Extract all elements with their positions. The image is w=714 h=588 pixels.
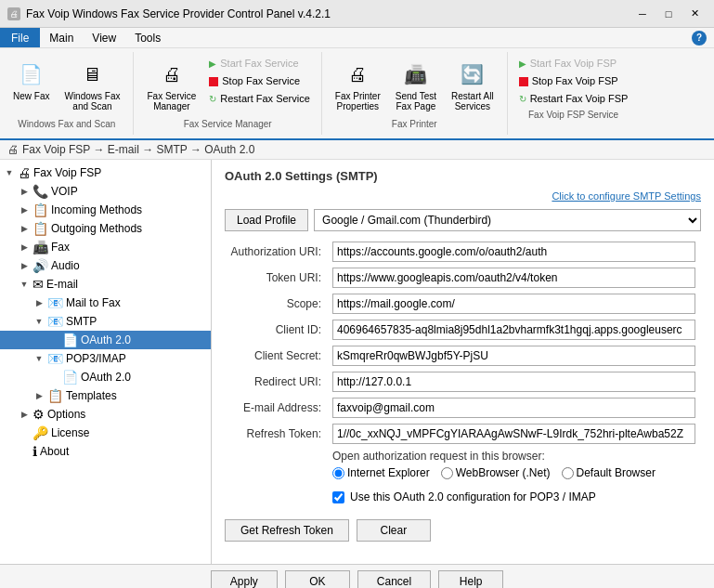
email-address-field [327,395,701,421]
expand-icon-smtp: ▼ [33,317,45,326]
start-voip-fsp-button[interactable]: ▶ Start Fax Voip FSP [515,56,632,71]
expand-icon-audio: ▶ [19,261,30,270]
start-fax-service-button[interactable]: ▶ Start Fax Service [205,56,314,71]
sidebar-item-incoming[interactable]: ▶ 📋 Incoming Methods [0,201,211,219]
get-refresh-token-button[interactable]: Get Refresh Token [225,519,349,542]
radio-ie-label[interactable]: Internet Explorer [332,466,430,479]
sidebar-label-license: License [51,426,89,439]
auth-uri-label: Authorization URI: [225,239,327,265]
email-address-label: E-mail Address: [225,395,327,421]
sidebar-item-smtp[interactable]: ▼ 📧 SMTP [0,312,211,331]
load-profile-button[interactable]: Load Profile [225,209,308,231]
new-fax-button[interactable]: 📄 New Fax [7,56,55,105]
minimize-button[interactable]: ─ [630,5,655,23]
email-address-input[interactable] [332,398,695,418]
windows-fax-scan-button[interactable]: 🖥 Windows Faxand Scan [58,56,125,115]
sidebar-item-email[interactable]: ▼ ✉ E-mail [0,275,211,294]
load-profile-row: Load Profile Google / Gmail.com (Thunder… [225,209,701,231]
auth-uri-input[interactable] [332,242,695,262]
titlebar: 🖨 Fax Voip Windows Fax Service Provider … [0,0,714,28]
open-auth-field: Open authorization request in this brows… [327,447,701,482]
sidebar-item-about[interactable]: ℹ About [0,442,211,461]
stop-fax-label: Stop Fax Service [222,75,300,86]
refresh-token-input[interactable] [332,424,695,444]
restart-all-services-button[interactable]: 🔄 Restart AllServices [446,56,500,115]
profile-dropdown[interactable]: Google / Gmail.com (Thunderbird) [314,209,701,231]
stop-voip-fsp-button[interactable]: Stop Fax Voip FSP [515,72,632,89]
sidebar-item-license[interactable]: 🔑 License [0,424,211,442]
expand-icon-templates: ▶ [33,391,45,400]
redirect-uri-input[interactable] [332,372,695,392]
sidebar-label-options: Options [47,408,85,421]
client-id-input[interactable] [332,320,695,340]
radio-webbrowser-label[interactable]: WebBrowser (.Net) [441,466,551,479]
ribbon: 📄 New Fax 🖥 Windows Faxand Scan Windows … [0,48,714,140]
token-uri-input[interactable] [332,268,695,288]
oauth-form: Authorization URI: Token URI: Scope: Cli… [225,239,701,512]
sidebar-item-options[interactable]: ▶ ⚙ Options [0,405,211,424]
stop-fax-service-button[interactable]: Stop Fax Service [205,72,314,89]
menu-help[interactable]: ? [684,28,714,47]
scope-input[interactable] [332,294,695,314]
sidebar-item-pop3imap[interactable]: ▼ 📧 POP3/IMAP [0,349,211,368]
fax-service-manager-button[interactable]: 🖨 Fax ServiceManager [141,56,201,115]
fax-service-manager-label: Fax ServiceManager [147,91,196,111]
voip-icon: 📞 [32,184,48,199]
apply-button[interactable]: Apply [211,570,278,589]
send-test-fax-button[interactable]: 📠 Send TestFax Page [390,56,442,115]
radio-webbrowser[interactable] [441,467,453,479]
menubar: File Main View Tools ? [0,28,714,48]
radio-default-text: Default Browser [577,466,656,479]
restart-voip-fsp-button[interactable]: ↻ Restart Fax Voip FSP [515,91,632,106]
close-button[interactable]: ✕ [682,5,707,23]
sidebar-item-voip[interactable]: ▶ 📞 VOIP [0,182,211,201]
pop3-checkbox-row: Use this OAuth 2.0 configuration for POP… [332,490,695,503]
new-fax-icon: 📄 [17,59,46,89]
browser-radio-group: Internet Explorer WebBrowser (.Net) Defa… [332,466,695,479]
sidebar-item-label-root: Fax Voip FSP [33,166,101,179]
pop3-imap-checkbox[interactable] [332,491,344,503]
main-content: ▼ 🖨 Fax Voip FSP ▶ 📞 VOIP ▶ 📋 Incoming M… [0,160,714,564]
sidebar-item-oauth-pop3[interactable]: 📄 OAuth 2.0 [0,368,211,386]
sidebar-item-templates[interactable]: ▶ 📋 Templates [0,386,211,405]
expand-icon-fax: ▶ [19,242,30,252]
sidebar-item-audio[interactable]: ▶ 🔊 Audio [0,256,211,275]
sidebar-item-outgoing[interactable]: ▶ 📋 Outgoing Methods [0,219,211,238]
fax-printer-properties-button[interactable]: 🖨 Fax PrinterProperties [330,56,386,115]
menu-file[interactable]: File [0,28,40,47]
radio-ie[interactable] [332,467,344,479]
new-fax-label: New Fax [13,91,49,101]
config-smtp-link[interactable]: Click to configure SMTP Settings [225,190,701,202]
cancel-button[interactable]: Cancel [357,570,431,589]
smtp-icon: 📧 [47,314,63,329]
clear-button[interactable]: Clear [357,519,431,542]
menu-main[interactable]: Main [40,28,83,47]
menu-tools[interactable]: Tools [125,28,170,47]
sidebar-item-mail-to-fax[interactable]: ▶ 📧 Mail to Fax [0,294,211,312]
menu-view[interactable]: View [83,28,125,47]
auth-uri-field [327,239,701,265]
maximize-button[interactable]: □ [656,5,681,23]
redirect-uri-field [327,369,701,395]
help-button[interactable]: Help [438,570,503,589]
expand-icon-mailtofax: ▶ [33,298,45,307]
restart-fax-service-button[interactable]: ↻ Restart Fax Service [205,91,314,106]
pop3-checkbox-label: Use this OAuth 2.0 configuration for POP… [350,490,596,503]
sidebar-item-root[interactable]: ▼ 🖨 Fax Voip FSP [0,163,211,182]
scope-field [327,291,701,317]
action-buttons-row: Get Refresh Token Clear [225,519,701,542]
email-address-row: E-mail Address: [225,395,701,421]
client-secret-input[interactable] [332,346,695,366]
restart-fax-icon: ↻ [209,94,216,104]
ok-button[interactable]: OK [285,570,350,589]
client-secret-row: Client Secret: [225,343,701,369]
radio-default-label[interactable]: Default Browser [562,466,656,479]
ribbon-group2-label: Fax Service Manager [184,119,272,131]
sidebar-item-oauth-smtp[interactable]: 📄 OAuth 2.0 [0,331,211,349]
sidebar-item-fax[interactable]: ▶ 📠 Fax [0,238,211,256]
sidebar-label-outgoing: Outgoing Methods [51,222,142,235]
radio-default[interactable] [562,467,574,479]
token-uri-label: Token URI: [225,265,327,291]
redirect-uri-label: Redirect URI: [225,369,327,395]
sidebar-label-templates: Templates [66,389,117,402]
